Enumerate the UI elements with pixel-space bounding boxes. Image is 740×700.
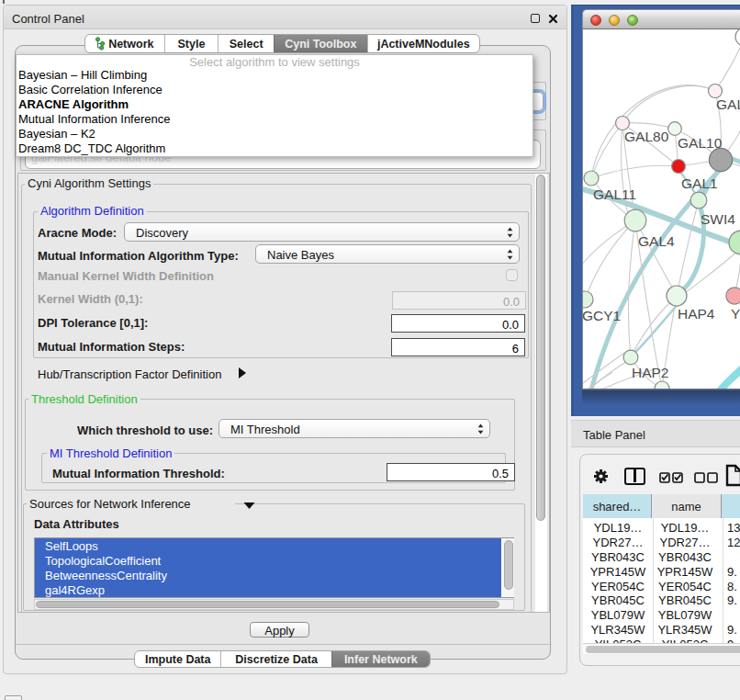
svg-text:Y: Y — [731, 306, 740, 322]
svg-text:HAP4: HAP4 — [678, 306, 715, 322]
svg-text:GAL1: GAL1 — [681, 175, 718, 191]
svg-text:GAL: GAL — [716, 96, 740, 112]
svg-text:HAP2: HAP2 — [632, 365, 669, 380]
svg-text:GAL11: GAL11 — [593, 186, 636, 202]
svg-text:GAL4: GAL4 — [638, 233, 675, 249]
svg-text:GCY1: GCY1 — [583, 308, 621, 323]
svg-text:GAL10: GAL10 — [678, 135, 723, 151]
svg-text:GAL80: GAL80 — [624, 129, 669, 144]
svg-text:SWI4: SWI4 — [701, 211, 735, 227]
